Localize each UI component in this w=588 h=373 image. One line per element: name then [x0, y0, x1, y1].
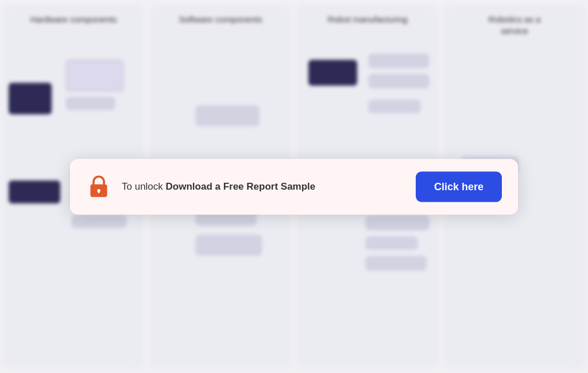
column-header-robotics: Robotics as aservice	[444, 5, 585, 42]
node-light	[366, 256, 426, 270]
node-light	[369, 54, 429, 68]
svg-rect-2	[98, 191, 100, 194]
lock-icon	[87, 175, 110, 198]
node-light	[369, 100, 420, 113]
node-light	[366, 237, 417, 249]
click-here-button[interactable]: Click here	[416, 171, 502, 202]
column-header-hardware: Hardware components	[3, 5, 144, 31]
unlock-text: To unlock Download a Free Report Sample	[122, 180, 405, 194]
unlock-banner: To unlock Download a Free Report Sample …	[70, 159, 518, 214]
node-light	[66, 97, 115, 110]
unlock-bold-text: Download a Free Report Sample	[166, 181, 316, 192]
node-light	[196, 235, 262, 255]
node-dark	[9, 180, 60, 203]
lock-icon-wrapper	[86, 174, 111, 199]
node-dark	[308, 60, 357, 86]
column-header-software: Software components	[150, 5, 291, 31]
node-medium	[66, 60, 123, 91]
node-light	[72, 215, 126, 228]
node-light	[369, 74, 429, 88]
unlock-pre-text: To unlock	[122, 181, 166, 192]
node-light	[196, 106, 259, 126]
main-container: Hardware components Software components …	[0, 0, 588, 373]
node-light	[366, 216, 429, 230]
column-header-robot: Robot manufacturing	[297, 5, 438, 31]
node-dark	[9, 83, 52, 114]
